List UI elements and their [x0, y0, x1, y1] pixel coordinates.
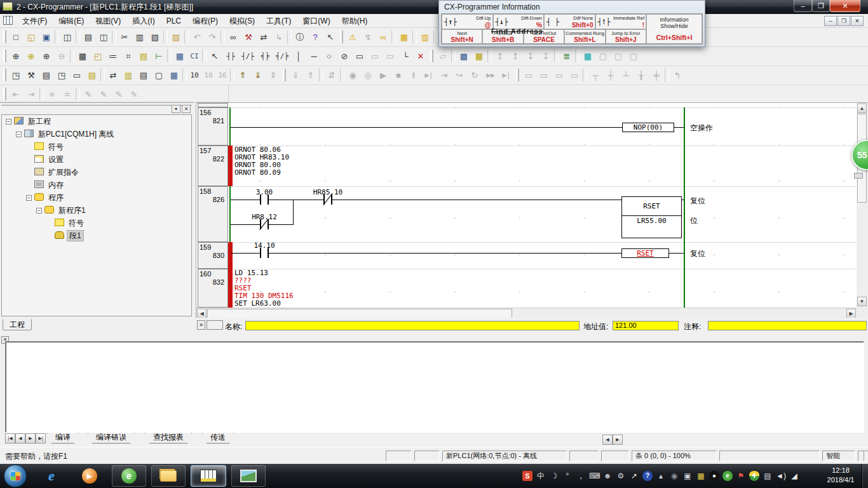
- fullwidth-mode-icon[interactable]: °: [562, 471, 573, 481]
- rung-shortcut-icon[interactable]: ▤: [137, 49, 151, 63]
- rung-gutter-157[interactable]: 157822: [198, 146, 228, 186]
- workspace-close-icon[interactable]: ✕: [182, 105, 191, 113]
- output-scroll-left-icon[interactable]: ◀: [602, 435, 613, 445]
- stack-view-icon[interactable]: ≣: [560, 49, 574, 63]
- help-tray-icon[interactable]: ?: [642, 471, 653, 481]
- output-content[interactable]: [5, 341, 864, 433]
- tree-view-icon[interactable]: ⊢: [152, 49, 166, 63]
- tree-item-program1[interactable]: 新程序1: [2, 204, 191, 217]
- page-setup-icon[interactable]: ◫: [60, 30, 74, 44]
- rung-gutter-160[interactable]: 160832: [198, 269, 228, 308]
- operand-label[interactable]: 14.10: [239, 241, 290, 250]
- new-closed-contact-icon[interactable]: ┤/├: [240, 49, 256, 63]
- workspace-dropdown-icon[interactable]: ▾: [172, 105, 180, 113]
- instruction-box-icon[interactable]: ▭: [353, 49, 367, 63]
- toolbar-grip[interactable]: [3, 50, 6, 62]
- rset-instruction-box[interactable]: RSET LR55.00: [621, 196, 682, 238]
- network-signal-icon[interactable]: ◢: [789, 471, 799, 481]
- workspace-grip[interactable]: ▾ ✕: [1, 105, 192, 114]
- tree-item-plc[interactable]: 新PLC1[CQM1H] 离线: [2, 128, 191, 140]
- minimize-button[interactable]: –: [794, 0, 812, 12]
- properties-icon[interactable]: ▤: [85, 68, 99, 82]
- replace-icon[interactable]: ⚒: [241, 30, 255, 44]
- find-report-icon[interactable]: ∞: [376, 30, 390, 44]
- statement-line[interactable]: SET LR63.00: [234, 300, 294, 308]
- new-closed-coil-icon[interactable]: ⊘: [337, 49, 351, 63]
- volume-icon[interactable]: ◄): [776, 471, 786, 481]
- toolbar-grip[interactable]: [516, 69, 519, 81]
- statement-line[interactable]: ORNOT 80.09: [234, 169, 289, 177]
- title-bar[interactable]: 2 - CX-Programmer - [新PLC1.新程序1.段1 [梯形图]…: [0, 0, 868, 14]
- recorder-tab[interactable]: [854, 173, 863, 179]
- vertical-line-icon[interactable]: │: [292, 49, 306, 63]
- output-tab-2[interactable]: 查找报表: [145, 433, 192, 444]
- io-table-icon[interactable]: ▢: [152, 68, 166, 82]
- operand-label[interactable]: 3.00: [239, 188, 290, 196]
- monitor-list-icon[interactable]: ≔: [106, 49, 120, 63]
- toolbar-grip[interactable]: [283, 69, 286, 81]
- taskbar-image-viewer-button[interactable]: [231, 465, 266, 487]
- external-link-icon[interactable]: ↗: [629, 471, 639, 481]
- scroll-left-icon[interactable]: ◀: [197, 309, 207, 318]
- monitor-decimal-icon[interactable]: 10: [188, 68, 201, 82]
- toolbar-grip[interactable]: [340, 30, 343, 43]
- flag-error-icon[interactable]: ⚑: [736, 471, 746, 481]
- name-field[interactable]: [245, 321, 580, 330]
- compile-program-icon[interactable]: ⚠: [346, 30, 360, 44]
- print-icon[interactable]: ▤: [81, 30, 95, 44]
- menu-item-h[interactable]: 帮助(H): [336, 14, 374, 29]
- workspace-toggle-icon[interactable]: ⚒: [24, 68, 38, 82]
- dialog-window-icon[interactable]: ▭: [70, 68, 84, 82]
- rung-157-statement-list[interactable]: ORNOT 80.06ORNOT HR83.10ORNOT 80.00ORNOT…: [234, 146, 289, 177]
- taskbar-clock[interactable]: 12:18 2018/4/1: [822, 466, 859, 485]
- qq-messenger-icon[interactable]: ●: [709, 471, 719, 481]
- io-compare-icon[interactable]: ⌗: [121, 49, 135, 63]
- address-bar-handle[interactable]: [207, 320, 223, 330]
- security-shield-icon[interactable]: ✚: [749, 471, 759, 481]
- toolbar-grip[interactable]: [3, 88, 6, 100]
- browser-360-tray-icon[interactable]: e: [722, 471, 733, 481]
- corner-line-icon[interactable]: └: [398, 49, 412, 63]
- tree-item-programs[interactable]: 程序: [2, 191, 191, 204]
- clipboard-tray-icon[interactable]: ▤: [763, 471, 773, 481]
- force-set-icon[interactable]: ⇑: [236, 68, 250, 82]
- new-coil-icon[interactable]: ○: [322, 49, 336, 63]
- taskbar-ie-button[interactable]: e: [36, 465, 67, 487]
- soft-keyboard-icon[interactable]: ⌨: [589, 471, 599, 481]
- output-tab-0[interactable]: 编译: [47, 433, 79, 444]
- watch-window-icon[interactable]: ▦: [581, 49, 595, 63]
- online-edit-icon[interactable]: ▥: [418, 30, 432, 44]
- zoom-in-icon[interactable]: ⊕: [39, 49, 53, 63]
- tab-first-icon[interactable]: |◀: [5, 433, 15, 444]
- scroll-thumb[interactable]: [207, 309, 512, 318]
- project-tab[interactable]: 工程: [3, 319, 32, 330]
- scroll-up-icon[interactable]: ▲: [857, 104, 867, 113]
- tree-item-expansion-instructions[interactable]: 扩展指令: [2, 166, 191, 179]
- cross-reference-icon[interactable]: ⇄: [106, 68, 120, 82]
- menu-item-s[interactable]: 模拟(S): [224, 14, 261, 29]
- restore-button[interactable]: ❐: [812, 0, 830, 12]
- zoom-tool-icon[interactable]: ⊕: [9, 49, 23, 63]
- delete-element-icon[interactable]: ✕: [414, 49, 428, 63]
- show-desktop-button[interactable]: [862, 464, 868, 488]
- taskbar-explorer-button[interactable]: [151, 465, 186, 487]
- menu-item-i[interactable]: 插入(I): [126, 14, 160, 29]
- context-help-icon[interactable]: ↖: [323, 30, 337, 44]
- menu-item-f[interactable]: 文件(F): [17, 14, 53, 29]
- tab-prev-icon[interactable]: ◀: [15, 433, 25, 444]
- toolbar-grip[interactable]: [3, 69, 6, 81]
- mdi-close-button[interactable]: ✕: [851, 16, 864, 26]
- tray-expand-icon[interactable]: ▴: [656, 471, 666, 481]
- zoom-find-icon[interactable]: ⊕: [24, 49, 38, 63]
- tab-last-icon[interactable]: ▶|: [36, 433, 46, 444]
- ladder-vertical-scrollbar[interactable]: ▲ ▼: [857, 102, 868, 318]
- paste-rung-icon[interactable]: ▨: [169, 30, 183, 44]
- rung-160-statement-list[interactable]: LD 15.13????RSETTIM 130 DM5116SET LR63.0…: [234, 269, 294, 308]
- tree-item-settings[interactable]: 设置: [2, 153, 191, 166]
- toolbar-grip[interactable]: [3, 30, 6, 43]
- operand-label[interactable]: HR8.12: [239, 213, 290, 221]
- comment-field[interactable]: [708, 321, 867, 330]
- tree-item-memory[interactable]: 内存: [2, 179, 191, 191]
- show-comments-icon[interactable]: ▦: [173, 49, 187, 63]
- toolbar-grip[interactable]: [430, 50, 433, 62]
